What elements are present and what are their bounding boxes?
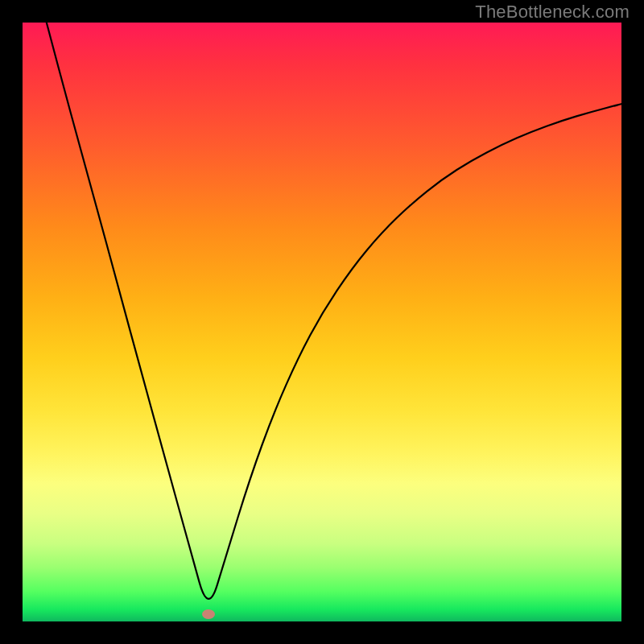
plot-area — [23, 23, 621, 621]
curve-svg — [23, 23, 621, 621]
bottleneck-curve — [47, 23, 621, 599]
chart-frame: TheBottleneck.com — [0, 0, 644, 644]
watermark-text: TheBottleneck.com — [475, 2, 630, 23]
minimum-marker — [202, 609, 215, 619]
